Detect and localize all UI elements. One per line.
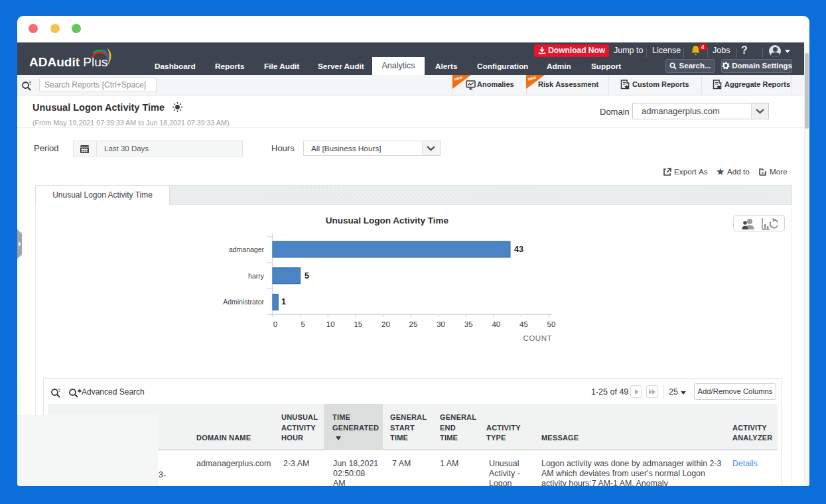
svg-text:✱: ✱ <box>78 388 82 394</box>
